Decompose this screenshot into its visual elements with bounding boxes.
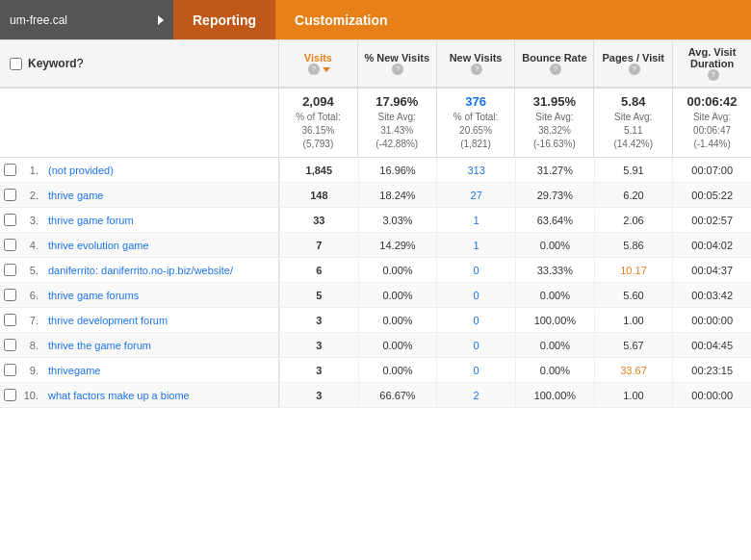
row-new-visits: 313 bbox=[436, 159, 515, 182]
table-row: 4. thrive evolution game 7 14.29% 1 0.00… bbox=[0, 233, 751, 258]
data-column-headers: Visits ? % New Visits ? New Visits ? Bou… bbox=[279, 40, 751, 87]
row-visits: 7 bbox=[279, 234, 358, 257]
row-keyword-left: 4. thrive evolution game bbox=[0, 233, 279, 257]
col-header-pages-visit[interactable]: Pages / Visit ? bbox=[594, 40, 673, 87]
row-avg-duration: 00:04:45 bbox=[672, 334, 751, 357]
row-number: 3. bbox=[19, 215, 42, 226]
row-pct-new: 0.00% bbox=[358, 259, 437, 282]
row-checkbox[interactable] bbox=[4, 164, 16, 176]
row-pct-new: 0.00% bbox=[358, 284, 437, 307]
bounce-help-icon[interactable]: ? bbox=[550, 64, 561, 75]
col-header-pct-new-visits[interactable]: % New Visits ? bbox=[358, 40, 437, 87]
nav-dropdown-arrow bbox=[158, 15, 164, 25]
row-checkbox-area[interactable] bbox=[0, 208, 19, 232]
row-number: 1. bbox=[19, 165, 42, 176]
summary-pct-new: 17.96% Site Avg:31.43%(-42.88%) bbox=[358, 89, 437, 157]
summary-new-visits: 376 % of Total:20.65%(1,821) bbox=[437, 89, 516, 157]
tab-customization[interactable]: Customization bbox=[275, 0, 406, 39]
row-new-visits: 2 bbox=[436, 384, 515, 407]
summary-bounce-rate: 31.95% Site Avg:38.32%(-16.63%) bbox=[515, 89, 594, 157]
row-bounce-rate: 31.27% bbox=[515, 159, 594, 182]
row-avg-duration: 00:07:00 bbox=[672, 159, 751, 182]
row-checkbox[interactable] bbox=[4, 264, 16, 276]
row-pages: 10.17 bbox=[594, 259, 673, 282]
row-visits: 33 bbox=[279, 209, 358, 232]
row-bounce-rate: 0.00% bbox=[515, 234, 594, 257]
row-checkbox-area[interactable] bbox=[0, 333, 19, 357]
row-data-cells: 3 66.67% 2 100.00% 1.00 00:00:00 bbox=[279, 384, 751, 407]
row-keyword-link[interactable]: thrive evolution game bbox=[42, 234, 278, 257]
row-pages: 5.91 bbox=[594, 159, 673, 182]
row-keyword-link[interactable]: what factors make up a biome bbox=[42, 384, 278, 407]
visits-help-icon[interactable]: ? bbox=[308, 64, 320, 75]
row-checkbox-area[interactable] bbox=[0, 308, 19, 332]
row-number: 4. bbox=[19, 240, 42, 251]
row-checkbox-area[interactable] bbox=[0, 283, 19, 307]
row-keyword-link[interactable]: thrive development forum bbox=[42, 309, 278, 332]
row-checkbox[interactable] bbox=[4, 364, 16, 376]
row-number: 7. bbox=[19, 315, 42, 326]
row-data-cells: 3 0.00% 0 100.00% 1.00 00:00:00 bbox=[279, 309, 751, 332]
row-number: 2. bbox=[19, 190, 42, 201]
row-keyword-left: 9. thrivegame bbox=[0, 358, 279, 382]
row-new-visits: 0 bbox=[436, 334, 515, 357]
row-pct-new: 18.24% bbox=[358, 184, 437, 207]
row-keyword-link[interactable]: thrive game bbox=[42, 184, 278, 207]
row-bounce-rate: 100.00% bbox=[515, 384, 594, 407]
row-keyword-link[interactable]: thrive game forums bbox=[42, 284, 278, 307]
row-bounce-rate: 29.73% bbox=[515, 184, 594, 207]
row-pages: 5.86 bbox=[594, 234, 673, 257]
col-header-bounce-rate[interactable]: Bounce Rate ? bbox=[515, 40, 594, 87]
keyword-header: Keyword ? bbox=[0, 40, 279, 87]
col-header-new-visits[interactable]: New Visits ? bbox=[437, 40, 516, 87]
row-checkbox[interactable] bbox=[4, 289, 16, 301]
top-nav: um-free.cal Reporting Customization bbox=[0, 0, 751, 39]
data-rows-container: 1. (not provided) 1,845 16.96% 313 31.27… bbox=[0, 158, 751, 408]
row-checkbox-area[interactable] bbox=[0, 383, 19, 407]
row-avg-duration: 00:04:02 bbox=[672, 234, 751, 257]
row-checkbox-area[interactable] bbox=[0, 183, 19, 207]
row-new-visits: 1 bbox=[436, 234, 515, 257]
nav-brand[interactable]: um-free.cal bbox=[0, 0, 173, 39]
row-checkbox-area[interactable] bbox=[0, 158, 19, 182]
select-all-checkbox[interactable] bbox=[10, 58, 22, 70]
new-visits-help-icon[interactable]: ? bbox=[471, 64, 482, 75]
row-checkbox[interactable] bbox=[4, 214, 16, 226]
row-pct-new: 0.00% bbox=[358, 359, 437, 382]
row-checkbox[interactable] bbox=[4, 339, 16, 351]
pct-new-help-icon[interactable]: ? bbox=[392, 64, 403, 75]
table-row: 9. thrivegame 3 0.00% 0 0.00% 33.67 00:2… bbox=[0, 358, 751, 383]
row-visits: 6 bbox=[279, 259, 358, 282]
row-keyword-link[interactable]: (not provided) bbox=[42, 159, 278, 182]
row-pct-new: 0.00% bbox=[358, 334, 437, 357]
avg-dur-help-icon[interactable]: ? bbox=[708, 69, 719, 81]
row-checkbox[interactable] bbox=[4, 389, 16, 401]
row-checkbox[interactable] bbox=[4, 189, 16, 201]
row-keyword-link[interactable]: daniferrito: daniferrito.no-ip.biz/websi… bbox=[42, 259, 278, 282]
row-pages: 1.00 bbox=[594, 384, 673, 407]
row-pages: 2.06 bbox=[594, 209, 673, 232]
row-checkbox[interactable] bbox=[4, 239, 16, 251]
row-checkbox-area[interactable] bbox=[0, 258, 19, 282]
keyword-help-icon[interactable]: ? bbox=[77, 57, 84, 70]
tab-reporting[interactable]: Reporting bbox=[173, 0, 275, 39]
summary-avg-duration: 00:06:42 Site Avg:00:06:47(-1.44%) bbox=[673, 89, 751, 157]
col-header-visits[interactable]: Visits ? bbox=[279, 40, 358, 87]
nav-brand-label: um-free.cal bbox=[10, 13, 152, 27]
row-checkbox-area[interactable] bbox=[0, 358, 19, 382]
summary-row: 2,094 % of Total:36.15%(5,793) 17.96% Si… bbox=[0, 89, 751, 158]
row-keyword-link[interactable]: thrive game forum bbox=[42, 209, 278, 232]
row-bounce-rate: 0.00% bbox=[515, 334, 594, 357]
row-checkbox[interactable] bbox=[4, 314, 16, 326]
row-checkbox-area[interactable] bbox=[0, 233, 19, 257]
row-keyword-link[interactable]: thrivegame bbox=[42, 359, 278, 382]
row-keyword-link[interactable]: thrive the game forum bbox=[42, 334, 278, 357]
row-data-cells: 6 0.00% 0 33.33% 10.17 00:04:37 bbox=[279, 259, 751, 282]
table-row: 10. what factors make up a biome 3 66.67… bbox=[0, 383, 751, 408]
col-header-avg-duration[interactable]: Avg. Visit Duration ? bbox=[673, 40, 751, 87]
row-data-cells: 33 3.03% 1 63.64% 2.06 00:02:57 bbox=[279, 209, 751, 232]
row-new-visits: 0 bbox=[436, 259, 515, 282]
row-avg-duration: 00:04:37 bbox=[672, 259, 751, 282]
row-new-visits: 27 bbox=[436, 184, 515, 207]
pages-help-icon[interactable]: ? bbox=[629, 64, 640, 75]
